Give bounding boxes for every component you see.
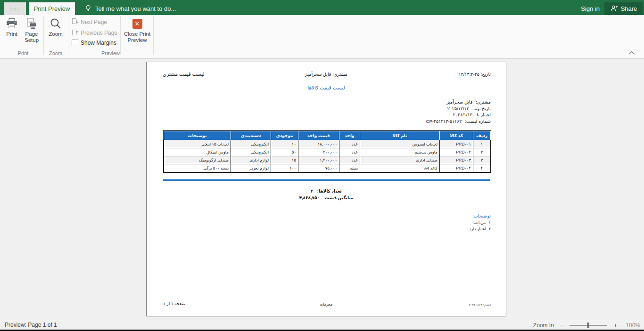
- page-setup-icon: [25, 17, 38, 30]
- group-separator: [68, 16, 68, 55]
- col-header-notes: توضیحات: [164, 131, 231, 140]
- status-bar: Preview: Page 1 of 1 Zoom In − + 100%: [0, 320, 644, 330]
- table-row: ۱ PRD۰۰۱ لپ‌تاپ ایسوس عدد ۱۸,۰۰۰,۰۰۰ ۱۰ …: [164, 140, 491, 148]
- previous-page-button[interactable]: Previous Page: [72, 29, 117, 37]
- print-preview-canvas: لیست قیمت مشتری مشتری: فایل سحرآمیز تاری…: [0, 59, 644, 320]
- table-row: ۴ PRD۰۰۴ کاغذ A4 بسته ۷۵,۰۰۰ ۱۰۰ لوازم ت…: [164, 164, 491, 172]
- previous-page-icon: [72, 29, 78, 37]
- sign-in-button[interactable]: Sign in: [581, 2, 600, 15]
- zoom-in-button[interactable]: +: [613, 320, 617, 330]
- magnifier-icon: [50, 17, 62, 30]
- col-header-category: دسته‌بندی: [231, 131, 271, 140]
- note-item: ۲- اعتبار دارد: [470, 226, 491, 232]
- info-line-list-number: شماره لیست:CP-۲۵۱۲۱۴-۵۱۱۶۲: [426, 118, 491, 125]
- note-item: ۱- می‌باشد: [470, 220, 491, 226]
- close-icon: ✕: [132, 19, 142, 29]
- next-page-label: Next Page: [81, 19, 107, 25]
- document-page: لیست قیمت مشتری مشتری: فایل سحرآمیز تاری…: [146, 62, 506, 316]
- col-header-unit: واحد: [339, 131, 360, 140]
- tab-print-preview[interactable]: Print Preview: [29, 2, 75, 15]
- page-setup-label: Page Setup: [21, 31, 42, 43]
- zoom-slider[interactable]: [570, 325, 607, 326]
- show-margins-checkbox[interactable]: Show Margins: [72, 40, 116, 46]
- page-setup-button[interactable]: Page Setup: [21, 17, 42, 43]
- print-button[interactable]: Print: [3, 17, 21, 37]
- next-page-icon: [72, 18, 78, 26]
- group-separator: [120, 16, 121, 55]
- notes-title: توضیحات:: [470, 213, 491, 218]
- zoom-controls: Zoom In − + 100%: [533, 320, 640, 330]
- table-row: ۳ PRD۰۰۳ صندلی اداری عدد ۱,۲۰۰,۰۰۰ ۱۵ لو…: [164, 156, 491, 164]
- page-header-date: تاریخ: ۱۲/۱۴:۲-۲۵: [459, 72, 491, 77]
- ribbon-tab-bar: File Print Preview Tell me what you want…: [0, 0, 644, 15]
- close-print-preview-label: Close Print Preview: [123, 31, 151, 43]
- tell-me-label: Tell me what you want to do...: [95, 5, 176, 12]
- checkbox-icon: [72, 40, 78, 46]
- close-print-preview-button[interactable]: ✕ Close Print Preview: [123, 17, 151, 43]
- page-footer-confidential: محرمانه: [147, 302, 506, 307]
- table-header-row: ردیف کد کالا نام کالا واحد قیمت واحد موج…: [164, 131, 491, 140]
- share-label: Share: [621, 5, 637, 12]
- zoom-slider-thumb[interactable]: [587, 323, 589, 328]
- zoom-out-button[interactable]: −: [560, 320, 564, 330]
- document-title: لیست قیمت کالاها: [147, 85, 506, 90]
- previous-page-label: Previous Page: [81, 30, 117, 36]
- table-bottom-divider: [163, 179, 490, 181]
- tab-file[interactable]: File: [4, 2, 26, 15]
- col-header-unit-price: قیمت واحد: [298, 131, 339, 140]
- group-label-preview: Preview: [68, 50, 153, 56]
- share-button[interactable]: Share: [604, 2, 643, 15]
- lightbulb-icon: [85, 5, 91, 13]
- notes-block: توضیحات: ۱- می‌باشد ۲- اعتبار دارد: [470, 213, 491, 232]
- ribbon: Print Page Setup Zoom Next Page P: [0, 15, 644, 59]
- info-line-valid-until: اعتبار تا:۲۰۲۶/۱/۱۳: [426, 112, 491, 118]
- preview-page-status: Preview: Page 1 of 1: [5, 322, 57, 328]
- group-separator: [153, 16, 154, 55]
- printer-icon: [6, 17, 18, 30]
- page-header-center: مشتری: فایل سحرآمیز: [147, 72, 506, 77]
- share-person-icon: [611, 5, 618, 13]
- price-table: ردیف کد کالا نام کالا واحد قیمت واحد موج…: [163, 130, 491, 173]
- next-page-button[interactable]: Next Page: [72, 18, 107, 26]
- page-footer-validity: اعتبار: ۲۰۲۶/۱/۱۳: [469, 303, 491, 307]
- group-separator: [43, 16, 44, 55]
- zoom-button[interactable]: Zoom: [46, 17, 65, 37]
- info-line-customer: مشتری:فایل سحرآمیز: [426, 99, 491, 105]
- group-label-zoom: Zoom: [43, 50, 68, 56]
- col-header-product-code: کد کالا: [440, 131, 473, 140]
- col-header-stock: موجودی: [271, 131, 298, 140]
- zoom-percentage[interactable]: 100%: [623, 322, 640, 329]
- summary-block: تعداد کالاها:۴ میانگین قیمت:۴,۸۶۸,۷۵۰: [147, 188, 506, 201]
- collapse-ribbon-button[interactable]: [627, 49, 636, 57]
- customer-info-block: مشتری:فایل سحرآمیز تاریخ تهیه:۲۰۲۵/۱۲/۱۴…: [426, 99, 491, 124]
- group-label-print: Print: [3, 50, 43, 56]
- summary-average-price: میانگین قیمت:۴,۸۶۸,۷۵۰: [147, 194, 506, 201]
- zoom-in-label[interactable]: Zoom In: [533, 322, 554, 329]
- print-label: Print: [6, 31, 17, 37]
- col-header-row-number: ردیف: [473, 131, 491, 140]
- table-row: ۲ PRD۰۰۲ ماوس بی‌سیم عدد ۲۰۰,۰۰۰ ۵۰ الکت…: [164, 148, 491, 156]
- summary-item-count: تعداد کالاها:۴: [147, 188, 506, 194]
- show-margins-label: Show Margins: [81, 40, 116, 46]
- tell-me-box[interactable]: Tell me what you want to do...: [80, 2, 181, 15]
- col-header-product-name: نام کالا: [360, 131, 440, 140]
- info-line-prepared-date: تاریخ تهیه:۲۰۲۵/۱۲/۱۴: [426, 105, 491, 112]
- excel-print-preview-window: File Print Preview Tell me what you want…: [0, 0, 644, 331]
- zoom-label: Zoom: [49, 31, 62, 37]
